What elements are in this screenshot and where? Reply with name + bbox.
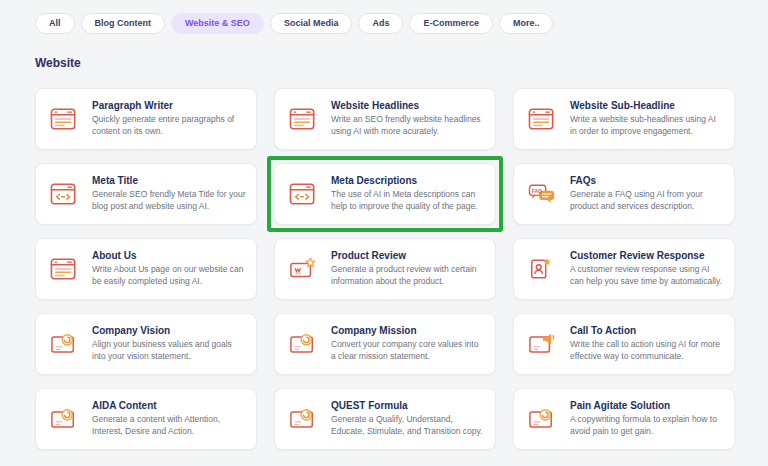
browser-lines-icon xyxy=(36,256,92,282)
card-description: Write a website sub-headlines using AI i… xyxy=(570,114,724,138)
filter-more[interactable]: More.. xyxy=(499,13,554,34)
tool-card-call-to-action[interactable]: Call To Action Write the call to action … xyxy=(513,313,735,375)
tool-card-grid: Paragraph Writer Quickly generate entire… xyxy=(35,88,735,450)
card-title: Call To Action xyxy=(570,325,724,336)
card-title: Meta Descriptions xyxy=(331,175,485,186)
browser-code-icon xyxy=(36,181,92,207)
tool-card-website-sub-headline[interactable]: Website Sub-Headline Write a website sub… xyxy=(513,88,735,150)
tool-card-paragraph-writer[interactable]: Paragraph Writer Quickly generate entire… xyxy=(35,88,257,150)
filter-website-seo[interactable]: Website & SEO xyxy=(171,13,264,34)
card-title: Customer Review Response xyxy=(570,250,724,261)
faq-bubbles-icon: FAQ xyxy=(514,181,570,207)
card-title: Paragraph Writer xyxy=(92,100,246,111)
card-title: FAQs xyxy=(570,175,724,186)
card-description: The use of AI in Meta descriptions can h… xyxy=(331,189,485,213)
card-description: Generate a content with Attention, Inter… xyxy=(92,414,246,438)
card-title: Meta Title xyxy=(92,175,246,186)
vision-target-icon xyxy=(36,406,92,432)
card-description: Convert your company core values into a … xyxy=(331,339,485,363)
vision-target-icon xyxy=(514,406,570,432)
filter-ecommerce[interactable]: E-Commerce xyxy=(409,13,493,34)
browser-lines-icon xyxy=(36,106,92,132)
card-title: Pain Agitate Solution xyxy=(570,400,724,411)
tool-card-customer-review-response[interactable]: Customer Review Response A customer revi… xyxy=(513,238,735,300)
card-title: Company Mission xyxy=(331,325,485,336)
card-title: QUEST Formula xyxy=(331,400,485,411)
card-title: Website Sub-Headline xyxy=(570,100,724,111)
card-description: Write About Us page on our website can b… xyxy=(92,264,246,288)
card-description: Generale SEO frendly Meta Title for your… xyxy=(92,189,246,213)
tool-card-meta-descriptions[interactable]: Meta Descriptions The use of AI in Meta … xyxy=(274,163,496,225)
filter-blog-content[interactable]: Blog Content xyxy=(81,13,166,34)
faq-icon-label: FAQ xyxy=(532,189,542,194)
tool-card-aida-content[interactable]: AIDA Content Generate a content with Att… xyxy=(35,388,257,450)
vision-target-icon xyxy=(275,331,331,357)
browser-lines-icon xyxy=(275,106,331,132)
browser-lines-icon xyxy=(514,106,570,132)
customer-star-icon xyxy=(514,256,570,282)
filter-ads[interactable]: Ads xyxy=(358,13,403,34)
card-description: Generate a FAQ using AI from your produc… xyxy=(570,189,724,213)
card-title: AIDA Content xyxy=(92,400,246,411)
card-description: Quickly generate entire paragraphs of co… xyxy=(92,114,246,138)
card-title: Product Review xyxy=(331,250,485,261)
tools-gallery-page: All Blog Content Website & SEO Social Me… xyxy=(0,0,768,466)
card-description: Write the call to action using AI for mo… xyxy=(570,339,724,363)
tool-card-website-headlines[interactable]: Website Headlines Write an SEO frendly w… xyxy=(274,88,496,150)
vision-target-icon xyxy=(275,406,331,432)
card-description: Align your business values and goals int… xyxy=(92,339,246,363)
card-title: Company Vision xyxy=(92,325,246,336)
card-description: Write an SEO frendly website headlines u… xyxy=(331,114,485,138)
tool-card-product-review[interactable]: Product Review Generate a product review… xyxy=(274,238,496,300)
card-title: About Us xyxy=(92,250,246,261)
review-star-icon xyxy=(275,256,331,282)
tool-card-meta-title[interactable]: Meta Title Generale SEO frendly Meta Tit… xyxy=(35,163,257,225)
tool-card-about-us[interactable]: About Us Write About Us page on our webs… xyxy=(35,238,257,300)
tool-card-company-mission[interactable]: Company Mission Convert your company cor… xyxy=(274,313,496,375)
card-title: Website Headlines xyxy=(331,100,485,111)
card-description: Generate a Qualify, Understand, Educate,… xyxy=(331,414,485,438)
tool-card-pain-agitate-solution[interactable]: Pain Agitate Solution A copywriting form… xyxy=(513,388,735,450)
tool-card-quest-formula[interactable]: QUEST Formula Generate a Qualify, Unders… xyxy=(274,388,496,450)
tool-card-faqs[interactable]: FAQ FAQs Generate a FAQ using AI from yo… xyxy=(513,163,735,225)
section-title: Website xyxy=(35,56,81,70)
filter-bar: All Blog Content Website & SEO Social Me… xyxy=(35,13,553,34)
browser-code-icon xyxy=(275,181,331,207)
card-description: A customer review response using AI can … xyxy=(570,264,724,288)
vision-target-icon xyxy=(36,331,92,357)
filter-social-media[interactable]: Social Media xyxy=(270,13,353,34)
megaphone-icon xyxy=(514,331,570,357)
card-description: Generate a product review with certain i… xyxy=(331,264,485,288)
tool-card-company-vision[interactable]: Company Vision Align your business value… xyxy=(35,313,257,375)
filter-all[interactable]: All xyxy=(35,13,75,34)
card-description: A copywriting formula to explain how to … xyxy=(570,414,724,438)
